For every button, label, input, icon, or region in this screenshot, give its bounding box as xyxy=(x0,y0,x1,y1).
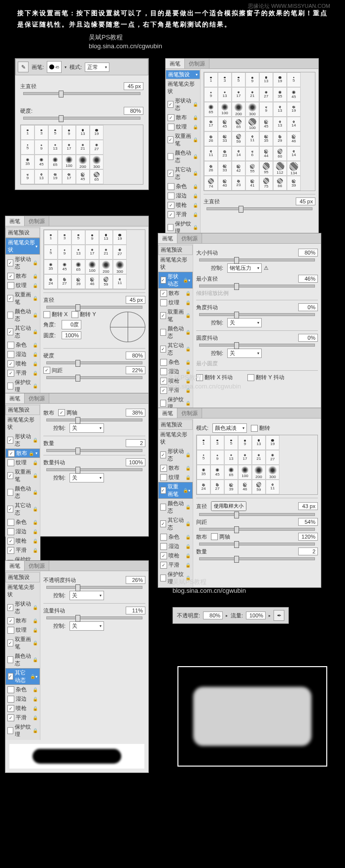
spacing-slider[interactable] xyxy=(199,528,315,531)
brush-swatch[interactable]: 9 xyxy=(238,435,252,450)
sidebar-item-tip[interactable]: 画笔笔尖形状 xyxy=(5,415,40,432)
count-jitter-slider[interactable] xyxy=(46,468,142,471)
sidebar-item-texture[interactable]: 纹理🔒 xyxy=(158,473,193,482)
sidebar-item-dual[interactable]: 双重画笔🔒 xyxy=(166,131,200,148)
checkbox[interactable] xyxy=(7,489,13,496)
brush-swatch[interactable]: 13 xyxy=(273,117,287,131)
brush-preset-btn[interactable]: 45 xyxy=(47,61,62,73)
sidebar-item-noise[interactable]: 杂色🔒 xyxy=(158,532,193,542)
sidebar-item-shape[interactable]: 形状动态🔒 xyxy=(5,432,40,449)
count-jitter-value[interactable]: 100% xyxy=(126,458,145,466)
brush-swatch[interactable]: 200 xyxy=(232,102,245,117)
brush-swatch[interactable]: 11 xyxy=(113,274,127,289)
brush-grid[interactable]: 1359131959131721273545651002003002427394… xyxy=(196,435,318,495)
checkbox[interactable] xyxy=(7,342,14,349)
brush-swatch[interactable]: 100 xyxy=(85,259,99,274)
brush-swatch[interactable]: 9 xyxy=(210,450,224,465)
sidebar-item-preset[interactable]: 画笔预设 xyxy=(166,70,200,79)
brush-swatch[interactable]: 13 xyxy=(224,450,238,465)
brush-tool-icon[interactable]: ✎ xyxy=(18,62,29,72)
sidebar-item-protect[interactable]: 保护纹理🔒 xyxy=(5,722,40,739)
checkbox[interactable] xyxy=(168,193,174,199)
tab-clone[interactable]: 仿制源 xyxy=(185,59,209,68)
sidebar-item-noise[interactable]: 杂色🔒 xyxy=(5,340,40,350)
hardness-value[interactable]: 80% xyxy=(124,107,143,115)
sidebar-item-airbrush[interactable]: 喷枪🔒 xyxy=(166,200,200,210)
brush-swatch[interactable]: 14 xyxy=(287,146,301,161)
sidebar-item-noise[interactable]: 杂色🔒 xyxy=(5,517,40,527)
brush-swatch[interactable]: 41 xyxy=(245,176,259,191)
brush-swatch[interactable]: 13 xyxy=(71,245,85,259)
brush-swatch[interactable]: 19 xyxy=(113,230,127,245)
brush-swatch[interactable]: 9 xyxy=(62,125,76,140)
brush-swatch[interactable]: 44 xyxy=(259,146,273,161)
tab-clone[interactable]: 仿制源 xyxy=(177,408,202,418)
control-select[interactable]: 关 xyxy=(69,423,104,433)
count-slider[interactable] xyxy=(46,449,142,452)
brush-swatch[interactable]: 3 xyxy=(34,125,48,140)
brush-swatch[interactable]: 9 xyxy=(34,140,48,155)
sidebar-item-protect[interactable]: 保护纹理🔒 xyxy=(5,378,40,394)
sidebar-item-shape[interactable]: 形状动态🔒 xyxy=(5,599,40,616)
sidebar-item-other[interactable]: 其它动态🔒 xyxy=(5,323,40,340)
sidebar-item-color[interactable]: 颜色动态🔒 xyxy=(5,651,40,668)
brush-swatch[interactable]: 66 xyxy=(273,176,287,191)
checkbox[interactable] xyxy=(7,528,14,535)
checkbox[interactable] xyxy=(7,459,14,466)
checkbox[interactable] xyxy=(160,465,167,472)
sidebar-item-color[interactable]: 颜色动态🔒 xyxy=(5,484,40,501)
sidebar-item-tip[interactable]: 画笔笔尖形状 xyxy=(158,255,193,272)
brush-swatch[interactable]: 39 xyxy=(224,480,238,494)
hardness-slider[interactable] xyxy=(23,117,140,120)
sidebar-item-noise[interactable]: 杂色🔒 xyxy=(5,685,40,694)
sidebar-item-other[interactable]: 其它动态🔒 xyxy=(166,165,200,182)
brush-swatch[interactable]: 35 xyxy=(259,131,273,146)
brush-swatch[interactable]: 112 xyxy=(273,161,287,176)
brush-swatch[interactable]: 300 xyxy=(266,465,279,480)
mode-select[interactable]: 正常 xyxy=(85,63,109,72)
diameter-slider[interactable] xyxy=(199,513,315,516)
brush-swatch[interactable]: 59 xyxy=(99,274,113,289)
diameter-value[interactable]: 45 px xyxy=(124,82,143,90)
brush-swatch[interactable]: 40 xyxy=(218,176,232,191)
checkbox[interactable] xyxy=(7,696,14,703)
brush-swatch[interactable]: 45 xyxy=(34,155,48,169)
opacity-jitter-value[interactable]: 26% xyxy=(126,576,145,584)
brush-swatch[interactable]: 100 xyxy=(245,117,259,131)
brush-swatch[interactable]: 59 xyxy=(232,131,245,146)
checkbox[interactable] xyxy=(161,277,166,284)
checkbox[interactable] xyxy=(160,534,167,541)
checkbox[interactable] xyxy=(160,543,167,550)
sidebar-item-dual[interactable]: 双重画笔🔒 xyxy=(158,482,193,499)
sidebar-item-airbrush[interactable]: 喷枪🔒 xyxy=(158,551,193,560)
sidebar-item-texture[interactable]: 纹理🔒 xyxy=(5,281,40,290)
checkbox[interactable] xyxy=(7,370,14,377)
brush-swatch[interactable]: 55 xyxy=(245,161,259,176)
brush-swatch[interactable]: 17 xyxy=(238,450,252,465)
checkbox[interactable] xyxy=(168,211,174,218)
sidebar-item-color[interactable]: 颜色动态🔒 xyxy=(158,499,193,515)
brush-swatch[interactable]: 9 xyxy=(259,102,273,117)
sidebar-item-preset[interactable]: 画笔预设 xyxy=(5,405,40,415)
count-slider[interactable] xyxy=(199,557,315,560)
sidebar-item-shape[interactable]: 形状动态🔒 xyxy=(166,96,200,113)
sidebar-item-scatter[interactable]: 散布🔒 xyxy=(5,271,40,281)
count-value[interactable]: 2 xyxy=(126,439,145,447)
brush-swatch[interactable]: 13 xyxy=(76,125,90,140)
brush-swatch[interactable]: 27 xyxy=(113,245,127,259)
round-jitter-value[interactable]: 0% xyxy=(298,334,318,342)
brush-swatch[interactable]: 33 xyxy=(218,161,232,176)
sidebar-item-texture[interactable]: 纹理🔒 xyxy=(158,298,193,307)
brush-swatch[interactable]: 46 xyxy=(238,480,252,494)
checkbox[interactable] xyxy=(168,101,173,108)
brush-swatch[interactable]: 46 xyxy=(85,274,99,289)
sidebar-item-smooth[interactable]: 平滑🔒 xyxy=(5,368,40,378)
checkbox[interactable] xyxy=(168,170,173,177)
sidebar-item-tip[interactable]: 画笔笔尖形状 xyxy=(158,430,193,447)
checkbox[interactable] xyxy=(7,472,13,479)
brush-swatch[interactable]: 11 xyxy=(245,131,259,146)
brush-swatch[interactable]: 65 xyxy=(224,465,238,480)
brush-swatch[interactable]: 17 xyxy=(85,245,99,259)
checkbox[interactable] xyxy=(7,383,13,389)
sidebar-item-noise[interactable]: 杂色🔒 xyxy=(166,182,200,191)
